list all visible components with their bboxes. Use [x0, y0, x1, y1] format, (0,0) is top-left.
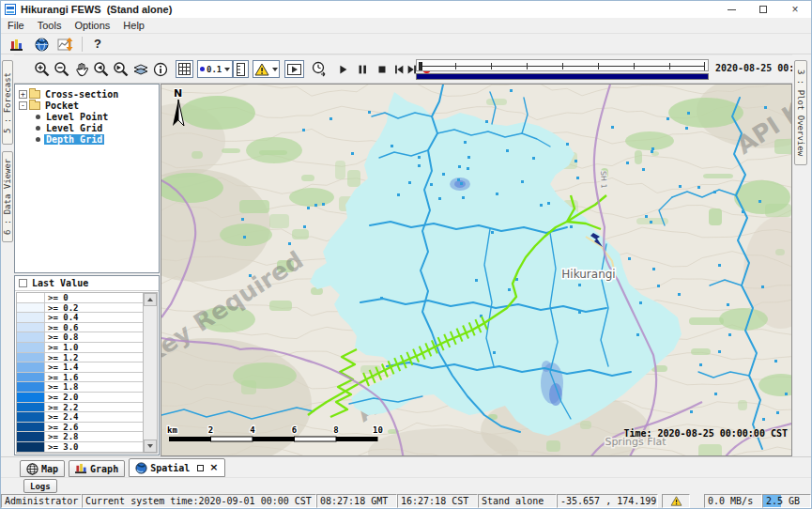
tree-item-label[interactable]: Pocket [43, 100, 81, 111]
close-tab-icon[interactable]: × [209, 463, 218, 472]
legend-row[interactable]: >= 0.8 [17, 332, 143, 343]
tree-item-pocket[interactable]: - Pocket [19, 100, 157, 111]
tree-item-label-selected[interactable]: Depth Grid [44, 134, 104, 145]
legend-row[interactable]: >= 2.6 [17, 423, 143, 433]
legend-row-label: >= 2.0 [45, 393, 143, 402]
main-toolbar: ? [1, 34, 811, 54]
legend-row-label: >= 0.8 [45, 332, 143, 342]
tab-spatial-label: Spatial [150, 463, 190, 473]
grid-display-button[interactable] [176, 60, 193, 78]
tab-graph[interactable]: Graph [69, 460, 125, 477]
status-warning-icon[interactable] [662, 494, 690, 508]
legend-row[interactable]: >= 1.4 [17, 362, 143, 373]
tree-item-label[interactable]: Level Point [44, 112, 110, 122]
legend-row[interactable]: >= 2.8 [17, 432, 143, 442]
time-slider[interactable] [416, 59, 709, 71]
legend-row-label: >= 2.4 [45, 412, 143, 422]
collapse-icon[interactable]: - [19, 101, 27, 110]
legend-row[interactable]: >= 1.6 [17, 373, 143, 383]
svg-text:10: 10 [373, 425, 383, 435]
legend-row[interactable]: >= 0 [17, 293, 143, 303]
legend-row-label: >= 0.2 [45, 303, 143, 313]
tree-item-label[interactable]: Level Grid [44, 123, 104, 133]
legend-row-label: >= 1.4 [45, 362, 143, 372]
zoom-next-button[interactable] [112, 60, 130, 78]
minimize-button[interactable] [715, 1, 747, 18]
legend-row[interactable]: >= 3.2 [17, 453, 143, 454]
legend-row[interactable]: >= 1.8 [17, 382, 143, 393]
tree-item-cross-section[interactable]: + Cross-section [19, 88, 157, 100]
legend-color-swatch [17, 303, 45, 313]
tree-item-label[interactable]: Cross-section [43, 89, 120, 100]
maximize-button[interactable] [747, 1, 779, 18]
bullet-icon [36, 115, 40, 119]
maximize-tab-icon[interactable] [197, 465, 204, 471]
pause-button[interactable] [353, 60, 371, 78]
tree-item-depth-grid[interactable]: Depth Grid [19, 133, 157, 145]
legend-row[interactable]: >= 0.6 [17, 323, 143, 333]
menu-item[interactable]: Help [116, 19, 151, 32]
spatial-display-button[interactable] [57, 37, 74, 52]
toolbar-separator [82, 37, 83, 52]
legend-row[interactable]: >= 0.2 [17, 303, 143, 314]
zoom-previous-button[interactable] [92, 60, 110, 78]
status-system-time: Current system time:2020-09-01 00:00 CST [82, 494, 316, 508]
menu-item[interactable]: Tools [31, 19, 69, 32]
last-value-checkbox[interactable] [19, 279, 27, 287]
svg-text:N: N [174, 87, 182, 100]
town-label: Hikurangi [561, 268, 615, 281]
legend-row[interactable]: >= 3.0 [17, 442, 143, 453]
zoom-out-button[interactable] [53, 60, 70, 78]
legend-color-swatch [17, 412, 45, 422]
legend-row-label: >= 0 [45, 293, 143, 302]
stop-button[interactable] [373, 60, 391, 78]
expand-icon[interactable]: + [19, 90, 27, 99]
legend-color-swatch [17, 353, 45, 362]
map-canvas[interactable]: API Key Required API Key Required API Ke… [161, 84, 792, 456]
profile-ruler-button[interactable] [233, 60, 249, 78]
info-button[interactable] [151, 60, 169, 78]
right-tab-strip: 3 : Plot Overview [792, 54, 811, 456]
legend-row-label: >= 1.8 [45, 382, 143, 392]
tree-item-level-point[interactable]: Level Point [19, 111, 157, 122]
legend-row[interactable]: >= 1.2 [17, 353, 143, 363]
logs-button[interactable]: Logs [23, 479, 57, 493]
tab-spatial[interactable]: Spatial × [129, 458, 224, 477]
pan-hand-button[interactable] [72, 60, 90, 78]
database-display-button[interactable] [8, 37, 25, 52]
tree-item-level-grid[interactable]: Level Grid [19, 122, 157, 133]
tab-map-label: Map [41, 464, 58, 474]
legend-color-swatch [17, 293, 45, 302]
menu-item[interactable]: File [1, 19, 31, 32]
menu-item[interactable]: Options [68, 19, 116, 32]
zoom-in-button[interactable] [33, 60, 51, 78]
tab-forecast[interactable]: 5 : Forecast [2, 60, 13, 145]
classification-scale-dropdown[interactable]: 0.1 [197, 60, 233, 78]
close-button[interactable]: × [779, 1, 811, 18]
minimize-icon [728, 9, 736, 10]
thresholds-dropdown[interactable] [253, 60, 280, 78]
tab-data-viewer[interactable]: 6 : Data Viewer [2, 151, 13, 242]
scroll-down-icon[interactable] [144, 440, 157, 453]
globe-explorer-button[interactable] [33, 37, 50, 52]
legend-row[interactable]: >= 1.0 [17, 343, 143, 353]
play-button[interactable] [333, 60, 351, 78]
scroll-up-icon[interactable] [144, 293, 157, 306]
tab-plot-overview[interactable]: 3 : Plot Overview [794, 60, 807, 165]
legend-color-swatch [17, 373, 45, 382]
legend-row[interactable]: >= 0.4 [17, 313, 143, 323]
animation-button[interactable] [284, 60, 304, 78]
status-memory: 2.5 GB [762, 494, 811, 508]
map-svg[interactable]: API Key Required API Key Required API Ke… [161, 85, 792, 456]
help-button[interactable]: ? [94, 37, 101, 51]
time-step-button[interactable] [310, 60, 328, 78]
legend-row[interactable]: >= 2.0 [17, 393, 143, 403]
tab-map[interactable]: Map [20, 460, 65, 477]
legend-scrollbar[interactable] [143, 293, 157, 453]
legend-row[interactable]: >= 2.4 [17, 412, 143, 423]
legend-color-swatch [17, 423, 45, 432]
legend-row-label: >= 0.6 [45, 323, 143, 332]
layers-button[interactable] [131, 60, 149, 78]
timeline-span-bar [416, 73, 709, 80]
legend-row[interactable]: >= 2.2 [17, 403, 143, 413]
